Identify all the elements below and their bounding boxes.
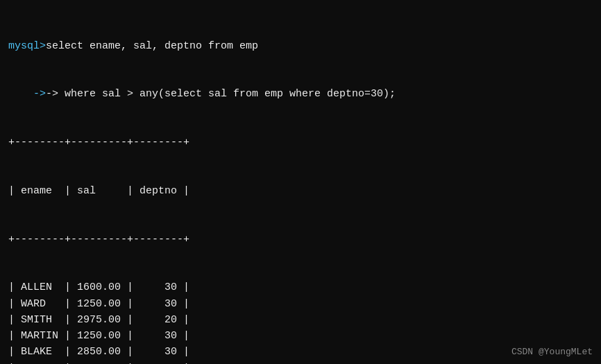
table-border-mid: +--------+---------+--------+ <box>8 232 593 248</box>
table-rows: | ALLEN | 1600.00 | 30 || WARD | 1250.00… <box>8 279 593 364</box>
table-row: | ALLEN | 1600.00 | 30 | <box>8 279 593 295</box>
table-row: | SMITH | 2975.00 | 20 | <box>8 312 593 328</box>
watermark: CSDN @YoungMLet <box>511 347 593 357</box>
table-row: | BLAKE | 2850.00 | 30 | <box>8 344 593 360</box>
table-border-top: +--------+---------+--------+ <box>8 135 593 150</box>
query-line1: mysql>select ename, sal, deptno from emp <box>8 38 593 54</box>
table-row: | WARD | 1250.00 | 30 | <box>8 296 593 312</box>
prompt: mysql> <box>8 40 46 52</box>
table-header: | ename | sal | deptno | <box>8 183 593 199</box>
table-row: | MARTIN | 1250.00 | 30 | <box>8 328 593 344</box>
table-row: | CLARK | 2450.00 | 10 | <box>8 361 593 365</box>
query-line2: ->-> where sal > any(select sal from emp… <box>8 86 593 102</box>
terminal-output: mysql>select ename, sal, deptno from emp… <box>8 6 593 364</box>
